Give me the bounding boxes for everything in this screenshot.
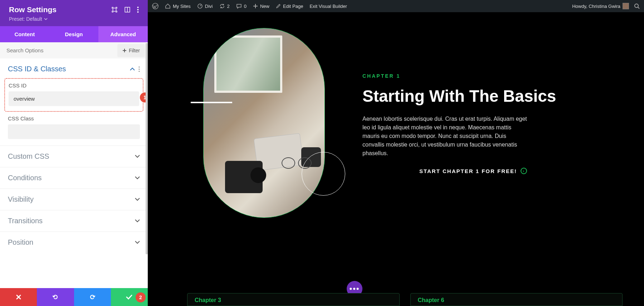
section-label: Conditions	[8, 174, 42, 182]
chevron-up-icon	[130, 67, 135, 71]
my-sites-link[interactable]: My Sites	[165, 3, 191, 9]
updates-link[interactable]: 2	[219, 3, 230, 9]
pencil-icon	[276, 4, 281, 9]
kebab-icon[interactable]	[137, 6, 139, 13]
css-id-label: CSS ID	[9, 82, 139, 89]
refresh-icon	[219, 3, 225, 9]
chevron-down-icon	[135, 176, 140, 180]
builder-canvas: CHAPTER 1 Starting With The Basics Aenea…	[148, 12, 644, 306]
search-icon	[634, 3, 640, 9]
panel-title: Row Settings	[9, 5, 57, 14]
comments-count: 0	[244, 4, 247, 9]
exit-label: Exit Visual Builder	[309, 4, 347, 9]
hero-image-col	[148, 12, 355, 242]
close-icon	[16, 294, 21, 300]
new-label: New	[260, 4, 269, 9]
tab-advanced[interactable]: Advanced	[98, 26, 148, 42]
svg-point-6	[138, 66, 140, 67]
section-label: Position	[8, 238, 33, 247]
wp-admin-bar: My Sites Divi 2 0 New Edit Page Exit Vis…	[148, 0, 644, 12]
hero-title: Starting With The Basics	[362, 86, 623, 106]
filter-button[interactable]: Filter	[117, 44, 145, 57]
hero-body: Aenean lobortis scelerisque dui. Cras ut…	[362, 115, 527, 158]
chevron-down-icon	[135, 241, 140, 244]
undo-button[interactable]	[37, 288, 74, 306]
wp-logo[interactable]	[152, 3, 158, 9]
tab-design[interactable]: Design	[49, 26, 99, 42]
section-visibility[interactable]: Visibility	[0, 188, 148, 210]
panel-body: CSS ID & Classes CSS ID 1 CSS Class Cust…	[0, 58, 148, 288]
save-button[interactable]: 2	[111, 288, 148, 306]
section-label: Transitions	[8, 217, 43, 225]
site-link[interactable]: Divi	[197, 3, 213, 9]
section-transitions[interactable]: Transitions	[0, 210, 148, 231]
chapter-card-3[interactable]: Chapter 3	[187, 293, 400, 306]
chapter-label: Chapter 6	[418, 297, 444, 303]
section-title: CSS ID & Classes	[8, 65, 66, 73]
comment-icon	[236, 3, 242, 9]
css-class-label: CSS Class	[8, 115, 140, 121]
section-custom-css[interactable]: Custom CSS	[0, 145, 148, 167]
updates-count: 2	[227, 4, 230, 9]
section-cssid-classes[interactable]: CSS ID & Classes	[0, 58, 148, 76]
css-class-input[interactable]	[8, 124, 140, 139]
preset-selector[interactable]: Preset: Default	[9, 16, 139, 22]
chevron-down-icon	[135, 198, 140, 201]
chevron-down-icon	[135, 155, 140, 158]
snap-icon[interactable]	[124, 6, 131, 13]
section-label: Visibility	[8, 195, 34, 204]
user-menu[interactable]: Howdy, Christina Gwira	[572, 3, 629, 9]
panel-footer: 2	[0, 288, 148, 306]
camera-shape	[225, 161, 263, 193]
preset-label: Preset: Default	[9, 16, 42, 22]
row-settings-panel: Row Settings Preset: Default Content Des…	[0, 0, 148, 306]
arrow-right-icon: ›	[521, 168, 527, 174]
hero-text-col: CHAPTER 1 Starting With The Basics Aenea…	[355, 12, 644, 242]
plus-icon	[122, 48, 127, 53]
comments-link[interactable]: 0	[236, 3, 247, 9]
plus-icon	[253, 4, 258, 9]
edit-label: Edit Page	[283, 4, 303, 9]
my-sites-label: My Sites	[173, 4, 191, 9]
home-icon	[165, 3, 171, 9]
chevron-down-icon	[44, 18, 48, 20]
tab-content[interactable]: Content	[0, 26, 49, 42]
redo-button[interactable]	[74, 288, 111, 306]
cancel-button[interactable]	[0, 288, 37, 306]
section-conditions[interactable]: Conditions	[0, 167, 148, 188]
hero-section: CHAPTER 1 Starting With The Basics Aenea…	[148, 12, 644, 242]
edit-page-link[interactable]: Edit Page	[276, 4, 303, 9]
redo-icon	[89, 294, 96, 300]
svg-point-11	[635, 4, 638, 8]
painting-shape	[214, 35, 282, 93]
gauge-icon	[197, 3, 203, 9]
chapter-cards: Chapter 3 Chapter 6	[187, 293, 623, 306]
chevron-down-icon	[135, 219, 140, 223]
css-id-input[interactable]	[9, 91, 139, 106]
new-link[interactable]: New	[253, 4, 269, 9]
svg-point-4	[137, 9, 139, 10]
tabs: Content Design Advanced	[0, 26, 148, 42]
exit-builder-link[interactable]: Exit Visual Builder	[309, 4, 347, 9]
check-icon	[126, 295, 132, 300]
chapter-label: Chapter 3	[195, 297, 221, 303]
filter-label: Filter	[129, 48, 140, 53]
svg-point-7	[138, 68, 140, 70]
kebab-icon[interactable]	[138, 66, 140, 72]
cta-label: START CHAPTER 1 FOR FREE!	[419, 168, 517, 174]
hero-cta[interactable]: START CHAPTER 1 FOR FREE! ›	[362, 168, 527, 174]
expand-icon[interactable]	[111, 6, 118, 13]
undo-icon	[52, 294, 59, 300]
svg-point-3	[137, 7, 139, 8]
panel-scrollbar[interactable]	[146, 43, 148, 254]
site-label: Divi	[205, 4, 213, 9]
search-input[interactable]	[0, 42, 117, 58]
svg-point-5	[137, 11, 139, 13]
css-id-highlight: CSS ID 1	[4, 78, 143, 112]
svg-point-8	[138, 71, 140, 72]
search-toggle[interactable]	[634, 3, 640, 9]
greeting-label: Howdy, Christina Gwira	[572, 4, 620, 9]
section-position[interactable]: Position	[0, 231, 148, 253]
svg-rect-0	[113, 8, 116, 11]
chapter-card-6[interactable]: Chapter 6	[410, 293, 623, 306]
